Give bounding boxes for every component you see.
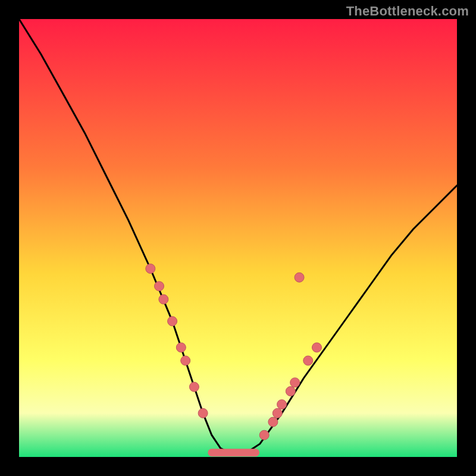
data-point — [181, 356, 190, 365]
data-point — [277, 400, 287, 409]
data-point — [290, 378, 300, 387]
data-point — [176, 343, 186, 352]
chart-frame: TheBottleneck.com — [0, 0, 476, 476]
gradient-bg — [19, 19, 457, 457]
data-point — [268, 417, 278, 427]
data-point — [286, 387, 295, 396]
data-point — [273, 408, 282, 418]
data-point — [259, 430, 269, 440]
data-point — [198, 408, 208, 418]
data-point — [312, 343, 321, 352]
data-point — [303, 356, 313, 365]
plot-svg — [19, 19, 457, 457]
data-point — [155, 281, 164, 291]
plot-area — [19, 19, 457, 457]
data-point — [168, 317, 177, 326]
data-point — [159, 295, 168, 304]
watermark-text: TheBottleneck.com — [346, 4, 469, 19]
data-point — [295, 273, 304, 282]
data-point — [189, 382, 199, 392]
data-point — [146, 264, 155, 274]
